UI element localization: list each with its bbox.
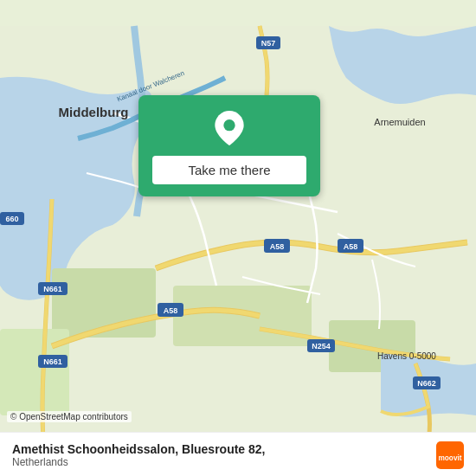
location-country: Netherlands — [12, 456, 266, 468]
svg-text:N662: N662 — [417, 379, 436, 388]
svg-text:moovit: moovit — [438, 453, 461, 462]
svg-text:A58: A58 — [164, 306, 178, 315]
location-info: Amethist Schoonheidssalon, Bluesroute 82… — [12, 442, 266, 468]
take-me-there-button[interactable]: Take me there — [152, 156, 306, 184]
navigation-card: Take me there — [138, 95, 320, 196]
svg-text:N661: N661 — [43, 357, 62, 366]
svg-text:N661: N661 — [43, 285, 62, 293]
svg-point-27 — [223, 119, 235, 131]
svg-text:A58: A58 — [344, 242, 358, 251]
svg-text:N254: N254 — [312, 342, 331, 351]
svg-text:Arnemuiden: Arnemuiden — [374, 117, 425, 127]
map-container: A58 A58 A58 N57 N661 N661 660 N254 N662 … — [0, 0, 476, 476]
location-pin-icon — [212, 111, 247, 145]
svg-text:A58: A58 — [270, 242, 285, 251]
svg-text:N57: N57 — [261, 39, 276, 48]
svg-rect-2 — [173, 286, 312, 346]
bottom-info-bar: Amethist Schoonheidssalon, Bluesroute 82… — [0, 432, 476, 476]
svg-text:Havens 0-5000: Havens 0-5000 — [377, 351, 436, 361]
moovit-logo-icon: moovit — [436, 441, 464, 469]
moovit-logo: moovit — [436, 441, 464, 469]
map-attribution: © OpenStreetMap contributors — [7, 411, 132, 422]
location-name: Amethist Schoonheidssalon, Bluesroute 82… — [12, 442, 266, 456]
svg-text:660: 660 — [5, 215, 18, 223]
svg-text:Middelburg: Middelburg — [59, 105, 129, 119]
